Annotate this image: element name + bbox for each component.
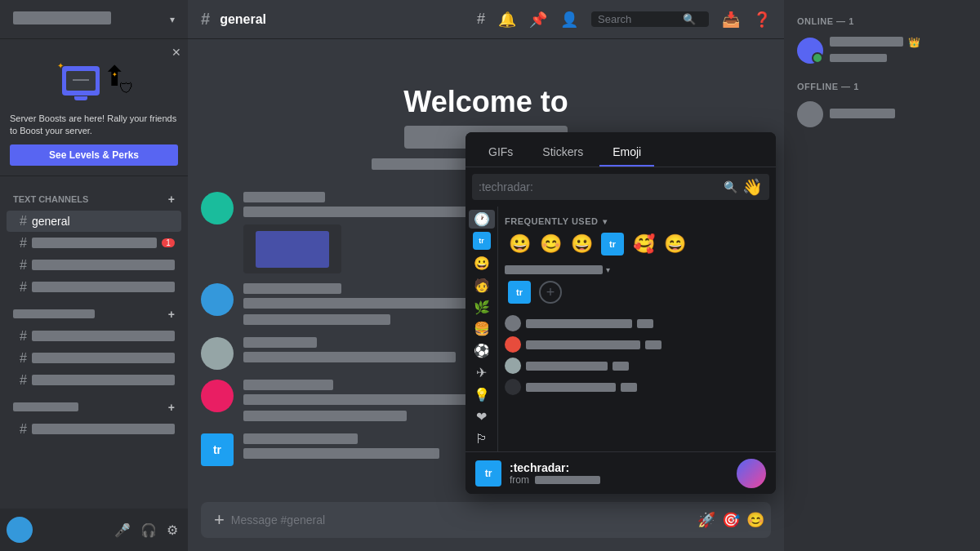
frequently-used-header[interactable]: FREQUENTLY USED ▾: [505, 210, 769, 229]
nature-tab[interactable]: 🌿: [469, 298, 495, 317]
hash-icon: #: [20, 214, 27, 229]
avatar: [201, 192, 234, 224]
emoji-picker-overlay: GIFs Stickers Emoji 🔍 👋 🕐 tr: [466, 132, 776, 494]
emoji-search-input[interactable]: [479, 180, 719, 193]
emoji-item[interactable]: 😄: [660, 229, 689, 259]
channel-item-5[interactable]: #: [7, 348, 181, 369]
help-icon[interactable]: ❓: [753, 11, 771, 29]
channel-item-6[interactable]: #: [7, 370, 181, 391]
emoji-search-icon: 🔍: [724, 180, 737, 193]
mute-button[interactable]: 🎤: [111, 519, 134, 541]
people-tab[interactable]: 🧑: [469, 276, 495, 295]
emoji-item[interactable]: 😀: [567, 229, 596, 259]
emoji-button[interactable]: 😊: [746, 511, 764, 529]
channel-item-2[interactable]: #: [7, 255, 181, 276]
emoji-item[interactable]: tr: [598, 229, 627, 259]
emoji-picker-tabs: GIFs Stickers Emoji: [466, 132, 776, 167]
preview-emoji-name: :techradar:: [510, 461, 728, 474]
members-sidebar: ONLINE — 1 👑 OFFLINE — 1: [784, 0, 980, 551]
boost-banner: ✕ ⬆ 🛡 ✦ ✦: [0, 39, 188, 176]
channel-item-1[interactable]: # 1: [7, 233, 181, 254]
hash-icon: #: [20, 280, 27, 295]
another-section[interactable]: +: [7, 398, 181, 417]
server-name: [13, 11, 111, 27]
avatar: tr: [201, 433, 234, 466]
boost-banner-text: Server Boosts are here! Rally your frien…: [10, 113, 178, 138]
emoji-item[interactable]: 😀: [505, 229, 534, 259]
pin-icon[interactable]: 📌: [529, 11, 547, 29]
preview-avatar: [737, 459, 766, 488]
food-tab[interactable]: 🍔: [469, 320, 495, 339]
avatar: [201, 283, 234, 316]
chevron-down-icon: ▾: [603, 217, 608, 226]
smileys-tab[interactable]: 😀: [469, 254, 495, 273]
text-channels-section[interactable]: TEXT CHANNELS +: [7, 189, 181, 209]
tab-stickers[interactable]: Stickers: [529, 139, 596, 167]
search-input[interactable]: [598, 13, 679, 25]
member-name: [830, 36, 903, 49]
flags-tab[interactable]: 🏳: [469, 429, 495, 448]
add-voice-icon[interactable]: +: [168, 308, 175, 321]
members-icon[interactable]: 👤: [560, 11, 578, 29]
user-footer: 🎤 🎧 ⚙: [0, 509, 188, 551]
tab-gifs[interactable]: GIFs: [475, 139, 526, 167]
offline-category-label: OFFLINE — 1: [791, 78, 973, 95]
avatar-image: [737, 459, 766, 488]
inbox-icon[interactable]: 📥: [722, 11, 740, 29]
list-item: [505, 356, 769, 375]
avatar: [201, 337, 234, 370]
channel-item-3[interactable]: #: [7, 277, 181, 298]
deafen-button[interactable]: 🎧: [137, 519, 160, 541]
channel-list: TEXT CHANNELS + # general # 1 # #: [0, 176, 188, 509]
emoji-grid-frequent: 😀 😊 😀 tr 🥰 😄: [505, 229, 769, 259]
message-input-box: + 🚀 🎯 😊: [201, 502, 771, 538]
add-emoji-button[interactable]: +: [536, 278, 565, 307]
member-item-online[interactable]: 👑: [791, 33, 973, 69]
emoji-picker-sidebar: 🕐 tr 😀 🧑 🌿 🍔 ⚽ ✈ 💡 ❤ 🏳: [466, 207, 498, 451]
emoji-search-bar: 🔍 👋: [472, 174, 769, 200]
custom-section-header[interactable]: ▾: [505, 259, 769, 278]
add-section-icon[interactable]: +: [168, 401, 175, 414]
member-item-offline[interactable]: [791, 98, 973, 131]
activity-icon[interactable]: 🎯: [722, 511, 740, 529]
recent-tab[interactable]: 🕐: [469, 210, 495, 229]
hash-icon: #: [20, 258, 27, 273]
custom-emoji-tr[interactable]: tr: [505, 278, 534, 307]
message-input[interactable]: [231, 513, 691, 527]
travel-tab[interactable]: ✈: [469, 363, 495, 382]
tab-emoji[interactable]: Emoji: [599, 139, 654, 167]
hash-icon: #: [20, 373, 27, 388]
rocket-icon[interactable]: 🚀: [697, 511, 715, 529]
avatar: [7, 517, 33, 543]
channel-header-name: general: [220, 12, 266, 27]
chevron-down-icon: ▾: [170, 14, 175, 25]
channel-item-general[interactable]: # general: [7, 211, 181, 232]
sidebar-header[interactable]: ▾: [0, 0, 188, 39]
hash-icon: #: [20, 329, 27, 344]
symbols-tab[interactable]: ❤: [469, 407, 495, 426]
see-levels-perks-button[interactable]: See Levels & Perks: [10, 144, 178, 166]
channel-item-7[interactable]: #: [7, 419, 181, 440]
custom-emoji-tab[interactable]: tr: [469, 232, 495, 251]
channel-item-4[interactable]: #: [7, 326, 181, 347]
channel-header: # general # 🔔 📌 👤 🔍 📥 ❓: [188, 0, 784, 39]
custom-emoji-grid: tr +: [505, 278, 769, 307]
add-attachment-button[interactable]: +: [214, 509, 225, 531]
emoji-item[interactable]: 🥰: [629, 229, 658, 259]
more-emoji-rows: [505, 313, 769, 397]
server-emoji-avatar: [505, 315, 521, 331]
activity-emoji-tab[interactable]: ⚽: [469, 341, 495, 360]
app-container: ▾ ✕ ⬆ 🛡 ✦: [0, 0, 980, 551]
more-channels-section[interactable]: +: [7, 304, 181, 324]
wave-emoji-button[interactable]: 👋: [742, 177, 763, 197]
hashtag-icon[interactable]: #: [477, 11, 485, 28]
bell-icon[interactable]: 🔔: [498, 11, 516, 29]
search-bar[interactable]: 🔍: [591, 11, 709, 27]
close-icon[interactable]: ✕: [172, 46, 181, 59]
list-item: [505, 313, 769, 333]
settings-button[interactable]: ⚙: [163, 519, 181, 541]
emoji-item[interactable]: 😊: [536, 229, 565, 259]
footer-icons: 🎤 🎧 ⚙: [111, 519, 181, 541]
add-channel-icon[interactable]: +: [168, 193, 175, 206]
objects-tab[interactable]: 💡: [469, 385, 495, 404]
